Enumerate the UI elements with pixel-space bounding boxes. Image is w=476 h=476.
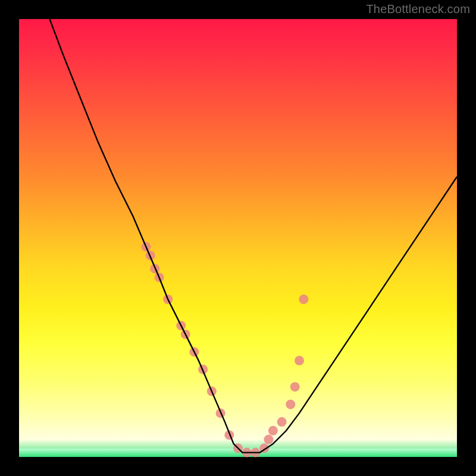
marker-dot (264, 435, 274, 444)
bottleneck-curve (50, 19, 458, 453)
marker-dot (295, 356, 304, 365)
marker-dot (268, 426, 278, 436)
marker-dot (277, 417, 287, 427)
markers-group (141, 242, 308, 458)
plot-area (19, 19, 457, 457)
curve-layer (19, 19, 457, 457)
marker-dot (299, 295, 308, 304)
marker-dot (286, 400, 295, 409)
watermark-label: TheBottleneck.com (366, 2, 470, 16)
marker-dot (290, 382, 300, 392)
chart-stage: TheBottleneck.com (0, 0, 476, 476)
